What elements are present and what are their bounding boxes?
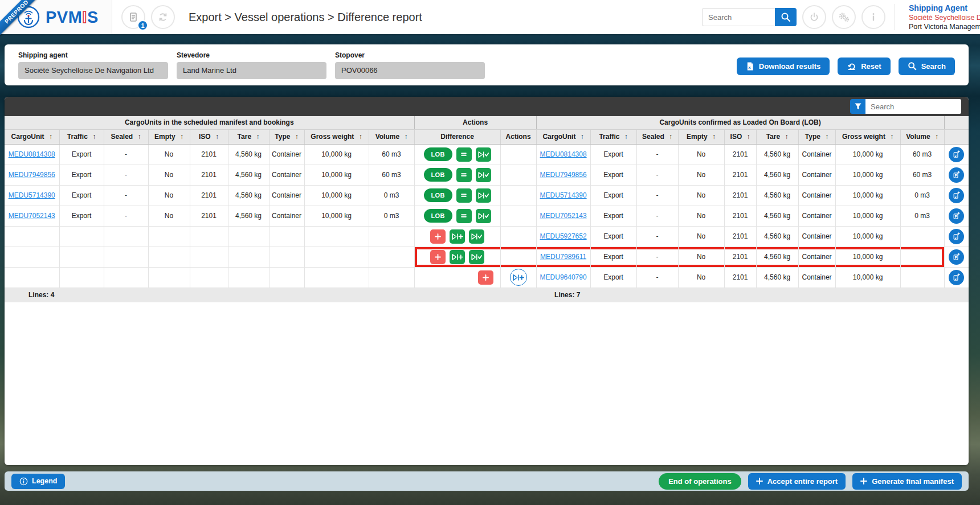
confirm-lob-button[interactable] <box>476 168 491 182</box>
cargo-unit-link[interactable]: MEDU7949856 <box>9 171 55 179</box>
column-header-lob-tare[interactable]: Tare ↑ <box>756 129 798 144</box>
column-header-lob-volume[interactable]: Volume ↑ <box>900 129 944 144</box>
table-search-input[interactable] <box>865 99 961 114</box>
column-header-empty[interactable]: Empty ↑ <box>148 129 190 144</box>
group-header-row: CargoUnits in the scheduled manifest and… <box>5 116 969 129</box>
equal-difference-button[interactable] <box>456 209 472 223</box>
cargo-unit-link[interactable]: MEDU9640790 <box>540 273 587 281</box>
cell-edit <box>944 185 969 206</box>
column-header-lob-sealed[interactable]: Sealed ↑ <box>636 129 678 144</box>
column-header-lob-gross-weight[interactable]: Gross weight ↑ <box>835 129 900 144</box>
add-cargo-unit-button[interactable] <box>430 229 446 244</box>
column-header-lob-empty[interactable]: Empty ↑ <box>678 129 724 144</box>
cargo-unit-link[interactable]: MEDU0814308 <box>9 150 55 158</box>
empty-cell <box>190 226 228 247</box>
column-header-sealed[interactable]: Sealed ↑ <box>104 129 148 144</box>
add-document-icon <box>952 232 961 241</box>
column-header-lob-traffic[interactable]: Traffic ↑ <box>590 129 636 144</box>
confirm-lob-button[interactable] <box>469 229 484 244</box>
cargo-unit-link[interactable]: MEDU5714390 <box>540 191 587 199</box>
add-document-icon <box>952 253 961 261</box>
column-header-traffic[interactable]: Traffic ↑ <box>59 129 104 144</box>
settings-button[interactable] <box>832 5 856 29</box>
cell-traffic: Export <box>590 267 636 288</box>
download-results-button[interactable]: x Download results <box>737 58 830 75</box>
user-profile[interactable]: Shipping Agent Société Seychelloise D Po… <box>895 4 980 30</box>
sort-asc-icon: ↑ <box>138 133 141 141</box>
end-of-operations-button[interactable]: End of operations <box>659 473 741 490</box>
cell-cargo-unit: MEDU7949856 <box>536 165 590 185</box>
global-search-input[interactable] <box>702 8 775 26</box>
global-search-button[interactable] <box>775 8 797 26</box>
generate-final-manifest-button[interactable]: Generate final manifest <box>852 473 962 490</box>
column-header-cargounit[interactable]: CargoUnit ↑ <box>5 129 59 144</box>
column-header-volume[interactable]: Volume ↑ <box>369 129 414 144</box>
column-header-lob-cargounit[interactable]: CargoUnit ↑ <box>536 129 590 144</box>
confirm-lob-button[interactable] <box>469 250 484 264</box>
equal-difference-button[interactable] <box>456 147 472 162</box>
confirm-lob-button[interactable] <box>476 188 491 203</box>
refresh-button[interactable] <box>151 5 175 29</box>
play-check-icon <box>477 151 489 158</box>
table-row: MEDU7949856Export-No21014,560 kgContaine… <box>5 165 969 185</box>
pending-documents-button[interactable]: 1 <box>121 5 145 29</box>
column-header-lob-iso[interactable]: ISO ↑ <box>724 129 756 144</box>
user-org-secondary: Port Victoria Managem <box>909 22 980 31</box>
column-header-actions: Actions <box>500 129 536 144</box>
empty-cell <box>304 267 369 288</box>
edit-lob-button[interactable] <box>949 167 964 183</box>
logout-button[interactable] <box>802 5 826 29</box>
column-header-iso[interactable]: ISO ↑ <box>190 129 228 144</box>
add-cargo-unit-button[interactable] <box>430 250 446 264</box>
filter-funnel-button[interactable] <box>850 99 865 114</box>
edit-lob-button[interactable] <box>949 147 964 162</box>
cargo-unit-link[interactable]: MEDU0814308 <box>540 150 587 158</box>
empty-cell <box>190 267 228 288</box>
legend-button[interactable]: Legend <box>11 474 65 489</box>
add-to-manifest-outline-button[interactable] <box>510 269 527 286</box>
add-cargo-unit-button[interactable] <box>478 270 493 285</box>
column-header-gross-weight[interactable]: Gross weight ↑ <box>304 129 369 144</box>
edit-lob-button[interactable] <box>949 188 964 203</box>
cargo-unit-link[interactable]: MEDU7052143 <box>540 212 587 220</box>
cell-empty: No <box>148 206 190 226</box>
cell-actions <box>500 267 536 288</box>
cargo-unit-link[interactable]: MEDU7949856 <box>540 171 587 179</box>
column-header-lob-type[interactable]: Type ↑ <box>798 129 835 144</box>
column-header-type[interactable]: Type ↑ <box>269 129 304 144</box>
confirm-lob-button[interactable] <box>476 147 491 162</box>
cargo-unit-link[interactable]: MEDU7989611 <box>540 253 586 261</box>
table-row: MEDU5927652Export-No21014,560 kgContaine… <box>5 226 969 247</box>
cell-type: Container <box>798 247 835 267</box>
cell-tare: 4,560 kg <box>228 165 269 185</box>
confirm-lob-button[interactable] <box>476 209 491 223</box>
cargo-unit-link[interactable]: MEDU7052143 <box>9 212 55 220</box>
sort-asc-icon: ↑ <box>624 133 628 141</box>
add-to-manifest-button[interactable] <box>450 250 465 264</box>
search-button[interactable]: Search <box>899 58 955 75</box>
lob-status-pill: LOB <box>424 188 452 202</box>
cargo-unit-link[interactable]: MEDU5927652 <box>540 232 587 240</box>
cell-cargo-unit: MEDU5927652 <box>536 226 590 247</box>
info-button[interactable] <box>861 5 885 29</box>
reset-button[interactable]: Reset <box>838 58 890 75</box>
cargo-unit-link[interactable]: MEDU5714390 <box>9 191 55 199</box>
add-to-manifest-button[interactable] <box>450 229 465 244</box>
column-header-tare[interactable]: Tare ↑ <box>228 129 269 144</box>
cell-traffic: Export <box>59 206 104 226</box>
edit-lob-button[interactable] <box>949 208 964 224</box>
empty-cell <box>5 267 59 288</box>
edit-lob-button[interactable] <box>949 249 964 265</box>
cell-empty: No <box>678 165 724 185</box>
cell-tare: 4,560 kg <box>756 144 798 165</box>
cell-gross: 10,000 kg <box>835 165 900 185</box>
equals-icon <box>460 151 467 158</box>
equal-difference-button[interactable] <box>456 188 472 203</box>
cell-gross: 10,000 kg <box>304 185 369 206</box>
accept-entire-report-button[interactable]: Accept entire report <box>748 473 846 490</box>
equal-difference-button[interactable] <box>456 168 472 182</box>
cell-gross: 10,000 kg <box>304 144 369 165</box>
lob-status-pill: LOB <box>424 168 452 182</box>
edit-lob-button[interactable] <box>949 270 964 285</box>
edit-lob-button[interactable] <box>949 229 964 244</box>
